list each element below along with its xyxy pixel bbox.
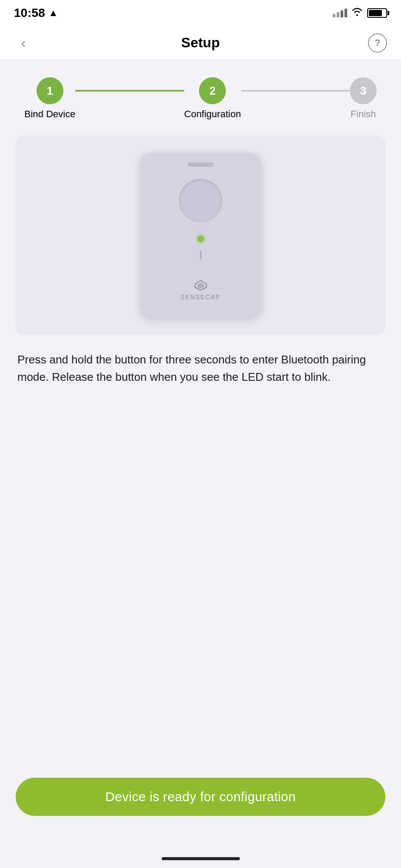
page-title: Setup <box>181 35 220 51</box>
step-2-circle: 2 <box>199 77 226 104</box>
device-illustration: SENSECAP <box>140 153 262 318</box>
step-3-label: Finish <box>351 109 376 120</box>
bottom-button-area: Device is ready for configuration <box>0 778 401 816</box>
step-1-label: Bind Device <box>24 109 75 120</box>
home-indicator <box>162 857 240 860</box>
help-button[interactable]: ? <box>368 33 387 53</box>
device-brand: SENSECAP <box>180 280 220 300</box>
connector-1 <box>75 90 184 92</box>
status-icons <box>333 7 387 19</box>
help-icon: ? <box>374 37 380 49</box>
step-2: 2 Configuration <box>184 77 241 120</box>
wifi-icon <box>351 7 363 19</box>
location-icon: ▲ <box>49 7 58 19</box>
status-bar: 10:58 ▲ <box>0 0 401 26</box>
step-indicator: 1 Bind Device 2 Configuration 3 Finish <box>16 77 385 120</box>
device-slot <box>188 162 214 167</box>
step-2-label: Configuration <box>184 109 241 120</box>
instructions-text: Press and hold the button for three seco… <box>16 351 385 386</box>
ready-button[interactable]: Device is ready for configuration <box>16 778 385 816</box>
sensecap-logo-icon <box>194 280 207 291</box>
device-button <box>179 179 222 222</box>
signal-icon <box>333 9 347 17</box>
device-sensor <box>200 251 202 260</box>
status-time: 10:58 <box>14 6 45 20</box>
step-3: 3 Finish <box>350 77 377 120</box>
device-led <box>197 235 204 242</box>
nav-bar: ‹ Setup ? <box>0 26 401 60</box>
svg-marker-1 <box>197 283 204 289</box>
content-area: 1 Bind Device 2 Configuration 3 Finish <box>0 60 401 386</box>
battery-icon <box>367 8 387 18</box>
device-brand-name: SENSECAP <box>180 294 220 300</box>
back-icon: ‹ <box>21 34 26 51</box>
step-1-circle: 1 <box>36 77 63 104</box>
device-image-card: SENSECAP <box>16 135 385 335</box>
back-button[interactable]: ‹ <box>14 33 33 53</box>
connector-2 <box>241 90 350 92</box>
step-1: 1 Bind Device <box>24 77 75 120</box>
step-3-circle: 3 <box>350 77 377 104</box>
